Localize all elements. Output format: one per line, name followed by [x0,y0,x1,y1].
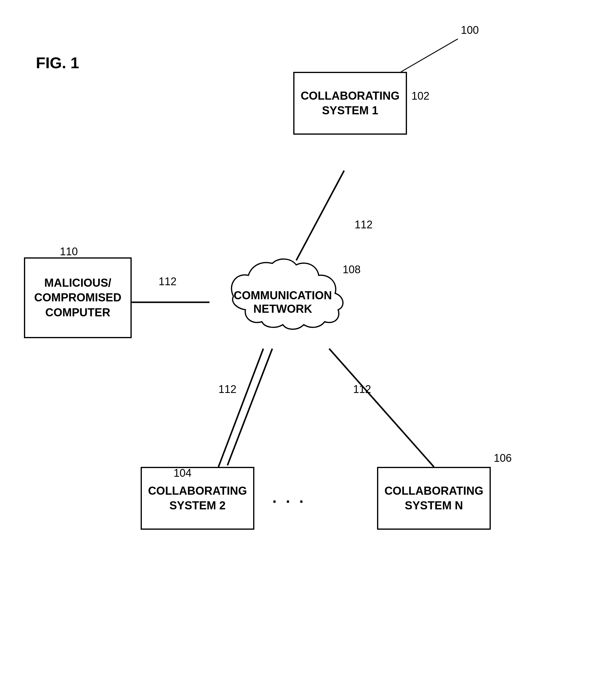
svg-line-6 [219,349,263,467]
ref-100: 100 [461,24,479,36]
figure-label: FIG. 1 [36,54,79,72]
ref-108: 108 [343,263,361,276]
malicious-computer-box: MALICIOUS/ COMPROMISED COMPUTER [24,257,132,338]
svg-text:COMMUNICATION: COMMUNICATION [234,289,332,302]
ref-106: 106 [494,452,512,464]
ref-112-bottom-left: 112 [219,383,236,396]
collab-system-n-label: COLLABORATING SYSTEM N [385,484,484,513]
ref-112-left: 112 [159,275,176,288]
ref-112-top: 112 [355,219,372,231]
ref-112-bottom-right: 112 [353,383,371,396]
collab-system-n-box: COLLABORATING SYSTEM N [377,467,491,530]
svg-line-9 [401,39,458,72]
svg-line-8 [329,349,434,467]
ref-110: 110 [60,245,78,258]
collab-system-1-label: COLLABORATING SYSTEM 1 [301,89,400,118]
collab-system-2-box: COLLABORATING SYSTEM 2 [141,467,254,530]
svg-line-7 [227,349,272,465]
malicious-computer-label: MALICIOUS/ COMPROMISED COMPUTER [34,276,121,320]
ellipsis-dots: · · · [272,492,306,510]
collab-system-1-box: COLLABORATING SYSTEM 1 [293,72,407,135]
svg-line-4 [296,171,344,260]
ref-102: 102 [411,90,429,102]
ref-104: 104 [173,467,192,479]
collab-system-2-label: COLLABORATING SYSTEM 2 [148,484,247,513]
svg-text:NETWORK: NETWORK [254,303,312,315]
